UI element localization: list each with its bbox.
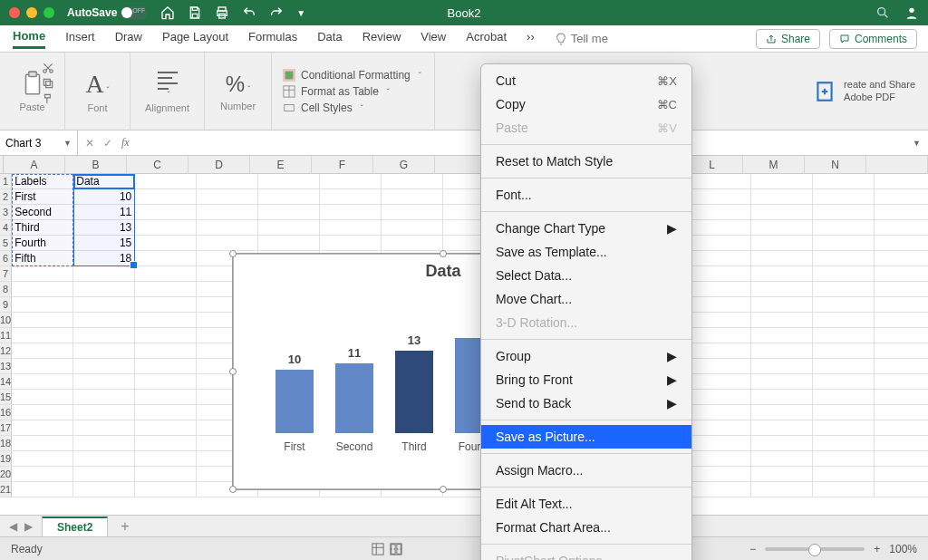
cell[interactable] — [875, 189, 928, 205]
ctx-assign-macro[interactable]: Assign Macro... — [481, 459, 691, 482]
cell[interactable] — [813, 297, 875, 313]
ctx-save-as-picture[interactable]: Save as Picture... — [481, 425, 691, 449]
cell[interactable] — [690, 313, 751, 328]
cell[interactable] — [12, 343, 73, 359]
cell[interactable] — [135, 282, 197, 297]
cell[interactable] — [73, 282, 135, 297]
cell[interactable] — [690, 420, 751, 436]
cell[interactable] — [875, 420, 928, 436]
cell[interactable] — [875, 374, 928, 390]
tab-data[interactable]: Data — [317, 30, 342, 47]
cell[interactable] — [73, 359, 135, 374]
row-header[interactable]: 6 — [0, 251, 12, 266]
cell[interactable] — [751, 420, 813, 436]
cell[interactable] — [751, 313, 813, 328]
row-header[interactable]: 13 — [0, 359, 12, 374]
cell[interactable] — [135, 266, 197, 282]
cell[interactable] — [73, 313, 135, 328]
sheet-nav-prev[interactable]: ◀ — [9, 520, 17, 533]
cell[interactable] — [12, 297, 73, 313]
cell[interactable] — [12, 266, 73, 282]
ribbon-group-alignment[interactable]: ˇ Alignment — [130, 53, 205, 130]
ctx-edit-alt-text[interactable]: Edit Alt Text... — [481, 492, 691, 516]
cell[interactable] — [875, 405, 928, 420]
row-header[interactable]: 4 — [0, 220, 12, 236]
name-box[interactable]: Chart 3▼ — [0, 130, 78, 155]
cell[interactable] — [382, 189, 443, 205]
row-header[interactable]: 20 — [0, 467, 12, 482]
worksheet-grid[interactable]: ABCDEFGLMN 12345678910111213141516171819… — [0, 156, 928, 515]
redo-icon[interactable] — [269, 5, 284, 20]
tab-acrobat[interactable]: Acrobat — [466, 30, 507, 47]
cell[interactable] — [12, 282, 73, 297]
cell[interactable] — [813, 251, 875, 266]
cell[interactable] — [135, 343, 197, 359]
cancel-formula-icon[interactable]: ✕ — [85, 137, 94, 150]
cell[interactable] — [875, 266, 928, 282]
cell[interactable] — [813, 451, 875, 467]
cell[interactable] — [197, 174, 258, 189]
cell[interactable] — [690, 220, 751, 236]
cell[interactable] — [690, 390, 751, 405]
copy-icon[interactable] — [42, 77, 54, 90]
cell[interactable] — [135, 467, 197, 482]
cell[interactable] — [813, 205, 875, 220]
cell[interactable] — [73, 390, 135, 405]
cell[interactable] — [875, 482, 928, 497]
cell[interactable] — [813, 236, 875, 251]
cell[interactable] — [73, 482, 135, 497]
cell[interactable] — [258, 205, 320, 220]
cell[interactable] — [690, 359, 751, 374]
row-header[interactable]: 18 — [0, 436, 12, 451]
format-as-table-button[interactable]: Format as Tableˇ — [283, 85, 390, 98]
cell[interactable] — [320, 205, 382, 220]
cell[interactable] — [382, 174, 443, 189]
cell[interactable] — [751, 251, 813, 266]
cell[interactable] — [135, 451, 197, 467]
cell[interactable] — [813, 174, 875, 189]
close-window-button[interactable] — [9, 7, 20, 18]
cell[interactable] — [135, 236, 197, 251]
cell[interactable]: Fourth — [12, 236, 73, 251]
col-header[interactable]: A — [4, 156, 65, 173]
cell[interactable] — [382, 220, 443, 236]
cell[interactable]: Third — [12, 220, 73, 236]
row-header[interactable]: 5 — [0, 236, 12, 251]
cell[interactable] — [751, 482, 813, 497]
cell[interactable] — [73, 374, 135, 390]
cell[interactable] — [135, 420, 197, 436]
cell[interactable]: Labels — [12, 174, 73, 189]
zoom-level[interactable]: 100% — [889, 543, 917, 555]
cell[interactable] — [12, 390, 73, 405]
cell[interactable] — [12, 359, 73, 374]
ctx-reset-style[interactable]: Reset to Match Style — [481, 150, 691, 173]
row-header[interactable]: 2 — [0, 189, 12, 205]
cell[interactable] — [875, 359, 928, 374]
cell[interactable] — [875, 467, 928, 482]
minimize-window-button[interactable] — [26, 7, 37, 18]
cell[interactable] — [690, 282, 751, 297]
chart-bar[interactable] — [276, 370, 314, 433]
cell[interactable] — [813, 390, 875, 405]
cell[interactable] — [751, 236, 813, 251]
home-icon[interactable] — [160, 5, 175, 20]
cell[interactable] — [875, 251, 928, 266]
fullscreen-window-button[interactable] — [44, 7, 54, 18]
col-header[interactable]: M — [743, 156, 805, 173]
cell[interactable] — [382, 205, 443, 220]
cell[interactable] — [751, 359, 813, 374]
row-header[interactable]: 19 — [0, 451, 12, 467]
ctx-move-chart[interactable]: Move Chart... — [481, 287, 691, 311]
cell[interactable] — [813, 436, 875, 451]
cell[interactable] — [135, 390, 197, 405]
cell[interactable] — [690, 174, 751, 189]
cell[interactable] — [690, 436, 751, 451]
cell[interactable] — [875, 174, 928, 189]
adobe-pdf-icon[interactable] — [813, 80, 836, 103]
tab-insert[interactable]: Insert — [65, 30, 95, 47]
cell[interactable] — [875, 220, 928, 236]
cell[interactable]: Fifth — [12, 251, 73, 266]
format-painter-icon[interactable] — [42, 92, 54, 105]
normal-view-icon[interactable] — [372, 543, 384, 555]
cell[interactable] — [135, 205, 197, 220]
